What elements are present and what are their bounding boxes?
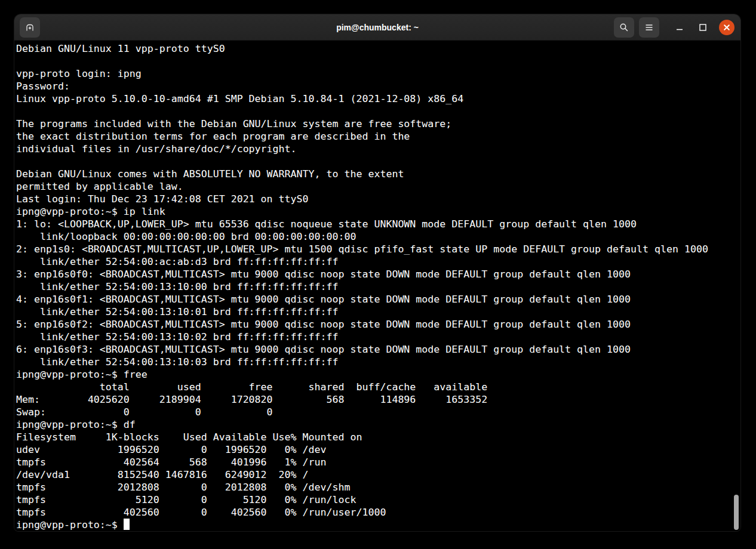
terminal-cursor <box>124 519 130 530</box>
menu-button[interactable] <box>639 17 659 38</box>
search-icon <box>619 22 629 33</box>
minimize-button[interactable] <box>672 20 687 35</box>
desktop: pim@chumbucket: ~ <box>0 0 756 549</box>
close-button[interactable] <box>719 20 735 35</box>
search-button[interactable] <box>614 17 634 38</box>
terminal-window: pim@chumbucket: ~ <box>14 14 740 531</box>
prompt-line: ipng@vpp-proto:~$ <box>16 519 740 531</box>
new-tab-icon <box>24 22 35 33</box>
shell-prompt: ipng@vpp-proto:~$ <box>16 519 124 531</box>
minimize-icon <box>675 23 684 32</box>
terminal-screen[interactable]: Debian GNU/Linux 11 vpp-proto ttyS0 vpp-… <box>14 41 740 531</box>
titlebar: pim@chumbucket: ~ <box>14 14 740 41</box>
terminal-output: Debian GNU/Linux 11 vpp-proto ttyS0 vpp-… <box>16 42 740 519</box>
close-icon <box>723 23 731 32</box>
hamburger-menu-icon <box>644 22 654 33</box>
scrollbar-thumb[interactable] <box>734 495 739 530</box>
window-controls <box>614 17 735 38</box>
maximize-icon <box>699 23 707 32</box>
maximize-button[interactable] <box>696 20 710 35</box>
new-tab-button[interactable] <box>20 17 40 38</box>
